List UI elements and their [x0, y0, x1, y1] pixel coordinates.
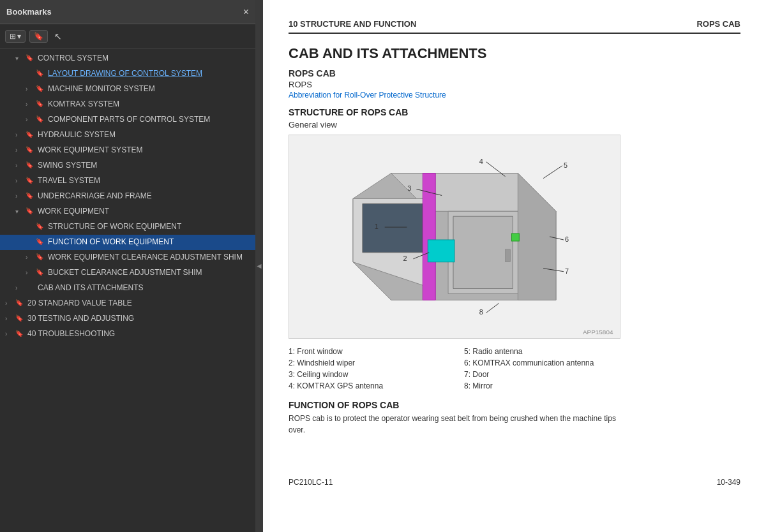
function-title: FUNCTION OF ROPS CAB: [289, 400, 740, 410]
expand-icon[interactable]: ▾: [15, 207, 24, 216]
sidebar-item-work-equip-clearance[interactable]: ›🔖WORK EQUIPMENT CLEARANCE ADJUSTMENT SH…: [0, 250, 255, 265]
page-header-section: 10 STRUCTURE AND FUNCTION: [289, 19, 416, 29]
legend-item: 1: Front window: [289, 346, 445, 357]
sidebar-item-label: 30 TESTING AND ADJUSTING: [27, 313, 252, 324]
document-subtitle: ROPS CAB: [289, 68, 740, 78]
bookmark-icon: 🔖: [36, 222, 45, 231]
svg-rect-11: [511, 233, 519, 241]
expand-icon[interactable]: ›: [15, 146, 24, 155]
svg-text:APP15804: APP15804: [583, 329, 613, 336]
expand-icon[interactable]: ›: [5, 299, 14, 308]
sidebar-item-label: WORK EQUIPMENT CLEARANCE ADJUSTMENT SHIM: [48, 252, 252, 263]
bookmark-icon: 🔖: [26, 130, 34, 139]
sidebar-tree: ▾🔖CONTROL SYSTEM🔖LAYOUT DRAWING OF CONTR…: [0, 48, 255, 532]
chevron-down-icon: ▾: [17, 32, 21, 41]
bookmark-icon: 🔖: [36, 253, 45, 262]
legend-item: 5: Radio antenna: [464, 346, 620, 357]
sidebar-toolbar: ⊞ ▾ 🔖 ↖: [0, 24, 255, 48]
expand-icon[interactable]: ›: [26, 85, 34, 94]
expand-icon[interactable]: ›: [15, 131, 24, 140]
structure-title: STRUCTURE OF ROPS CAB: [289, 107, 740, 117]
sidebar-item-component-parts[interactable]: ›🔖COMPONENT PARTS OF CONTROL SYSTEM: [0, 112, 255, 128]
sidebar-item-label: 20 STANDARD VALUE TABLE: [27, 298, 252, 309]
legend-item: 3: Ceiling window: [289, 369, 445, 380]
function-description: ROPS cab is to protect the operator wear…: [289, 413, 620, 436]
sidebar-item-undercarriage[interactable]: ›🔖UNDERCARRIAGE AND FRAME: [0, 189, 255, 204]
sidebar-item-label: UNDERCARRIAGE AND FRAME: [38, 191, 252, 202]
sidebar-item-structure-work-equip[interactable]: 🔖STRUCTURE OF WORK EQUIPMENT: [0, 219, 255, 235]
sidebar-item-label: COMPONENT PARTS OF CONTROL SYSTEM: [48, 114, 252, 125]
resize-arrow-icon: ◄: [255, 262, 263, 270]
legend-item: 6: KOMTRAX communication antenna: [464, 358, 620, 368]
bookmark-icon: 🔖: [15, 329, 24, 338]
expand-icon[interactable]: ›: [5, 314, 14, 323]
bookmark-icon: 🔖: [15, 299, 24, 307]
svg-rect-8: [506, 249, 511, 262]
sidebar-item-label: TRAVEL SYSTEM: [38, 175, 252, 186]
expand-icon[interactable]: ›: [15, 284, 24, 293]
expand-icon[interactable]: ›: [26, 115, 34, 124]
bookmark-icon: 🔖: [36, 115, 45, 124]
sidebar-close-button[interactable]: ×: [243, 6, 249, 18]
sidebar-item-function-work-equip[interactable]: 🔖FUNCTION OF WORK EQUIPMENT: [0, 235, 255, 250]
diagram-container: 1 2 3 4 5 6 7: [289, 135, 620, 339]
sidebar-item-troubleshooting[interactable]: ›🔖40 TROUBLESHOOTING: [0, 327, 255, 342]
bookmark-view-button[interactable]: 🔖: [29, 30, 48, 43]
sidebar-item-layout-drawing[interactable]: 🔖LAYOUT DRAWING OF CONTROL SYSTEM: [0, 66, 255, 82]
sidebar-item-travel-sys[interactable]: ›🔖TRAVEL SYSTEM: [0, 174, 255, 189]
legend-table: 1: Front window5: Radio antenna2: Windsh…: [289, 346, 620, 391]
bookmark-icon: 🔖: [26, 191, 34, 200]
sidebar-item-label: CAB AND ITS ATTACHMENTS: [38, 283, 252, 293]
rops-description: Abbreviation for Roll-Over Protective St…: [289, 91, 740, 100]
sidebar-item-label: SWING SYSTEM: [38, 160, 252, 171]
sidebar-item-control-system[interactable]: ▾🔖CONTROL SYSTEM: [0, 51, 255, 66]
cab-diagram-svg: 1 2 3 4 5 6 7: [289, 135, 620, 338]
svg-text:8: 8: [479, 308, 483, 316]
sidebar-item-machine-monitor[interactable]: ›🔖MACHINE MONITOR SYSTEM: [0, 82, 255, 97]
sidebar-item-work-equip[interactable]: ▾🔖WORK EQUIPMENT: [0, 204, 255, 219]
svg-text:3: 3: [407, 184, 411, 192]
sidebar-item-standard-value[interactable]: ›🔖20 STANDARD VALUE TABLE: [0, 296, 255, 311]
bookmark-icon: 🔖: [36, 69, 45, 78]
expand-icon[interactable]: ›: [15, 177, 24, 186]
bookmark-icon: 🔖: [26, 145, 34, 154]
sidebar-item-label: 40 TROUBLESHOOTING: [27, 329, 252, 339]
sidebar-item-label: HYDRAULIC SYSTEM: [38, 129, 252, 140]
sidebar-item-bucket-clearance[interactable]: ›🔖BUCKET CLEARANCE ADJUSTMENT SHIM: [0, 265, 255, 281]
bookmark-icon: 🔖: [36, 237, 45, 246]
svg-text:1: 1: [375, 223, 379, 230]
bookmark-menu-button[interactable]: ⊞ ▾: [5, 30, 26, 43]
cursor-icon: ↖: [54, 31, 62, 41]
expand-icon[interactable]: ›: [15, 192, 24, 201]
grid-icon: ⊞: [10, 32, 16, 41]
bookmark-icon: 🔖: [26, 207, 34, 216]
bookmark-icon: 🔖: [26, 54, 34, 63]
resize-handle[interactable]: ◄: [255, 0, 263, 532]
sidebar-item-komtrax[interactable]: ›🔖KOMTRAX SYSTEM: [0, 97, 255, 112]
sidebar-item-hydraulic[interactable]: ›🔖HYDRAULIC SYSTEM: [0, 128, 255, 143]
sidebar-item-label: LAYOUT DRAWING OF CONTROL SYSTEM: [48, 68, 252, 79]
sidebar-item-work-equip-sys[interactable]: ›🔖WORK EQUIPMENT SYSTEM: [0, 143, 255, 158]
bookmark-icon: 🔖: [36, 268, 45, 277]
page-footer-number: 10-349: [717, 478, 740, 487]
document-page: 10 STRUCTURE AND FUNCTION ROPS CAB CAB A…: [263, 0, 766, 532]
legend-item: 2: Windshield wiper: [289, 358, 445, 368]
legend-item: 7: Door: [464, 369, 620, 380]
expand-icon[interactable]: ›: [26, 100, 34, 109]
expand-icon[interactable]: ›: [5, 330, 14, 339]
document-title: CAB AND ITS ATTACHMENTS: [289, 45, 740, 62]
sidebar-item-label: KOMTRAX SYSTEM: [48, 99, 252, 110]
expand-icon[interactable]: ›: [26, 253, 34, 262]
expand-icon[interactable]: ›: [15, 161, 24, 170]
sidebar-item-swing-sys[interactable]: ›🔖SWING SYSTEM: [0, 158, 255, 174]
expand-icon[interactable]: ▾: [15, 54, 24, 63]
bookmark-icon: 🔖: [15, 314, 24, 323]
sidebar-item-testing-adjusting[interactable]: ›🔖30 TESTING AND ADJUSTING: [0, 311, 255, 327]
page-header-chapter: ROPS CAB: [696, 19, 740, 29]
rops-label: ROPS: [289, 80, 740, 89]
bookmark-icon: 🔖: [36, 100, 45, 108]
expand-icon[interactable]: ›: [26, 269, 34, 277]
sidebar-item-cab-attachments[interactable]: ›CAB AND ITS ATTACHMENTS: [0, 281, 255, 296]
svg-text:7: 7: [565, 267, 569, 275]
sidebar-item-label: WORK EQUIPMENT SYSTEM: [38, 145, 252, 156]
